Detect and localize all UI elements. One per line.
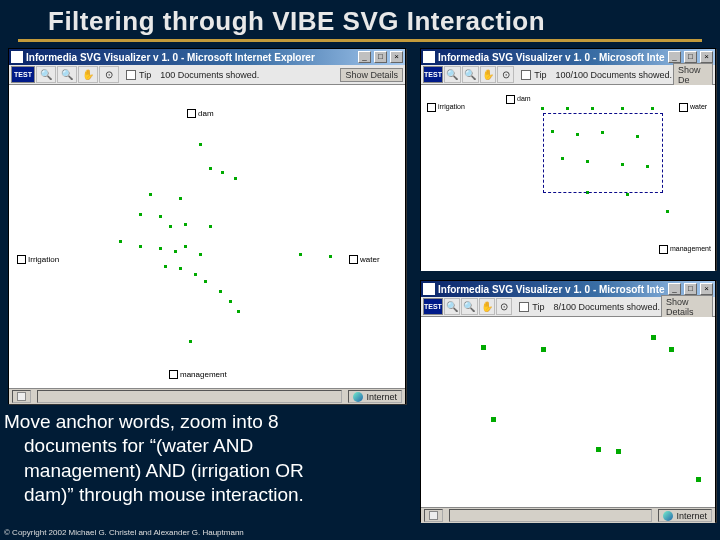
reset-tool-button[interactable]: ⊙ — [496, 298, 512, 315]
doc-point[interactable] — [651, 107, 654, 110]
tip-label: Tip — [532, 302, 544, 312]
anchor-water[interactable]: water — [679, 103, 707, 112]
doc-point[interactable] — [169, 225, 172, 228]
doc-point[interactable] — [179, 267, 182, 270]
tip-checkbox[interactable] — [521, 70, 531, 80]
doc-point[interactable] — [179, 197, 182, 200]
test-badge-button[interactable]: TEST — [423, 298, 443, 315]
toolbar: TEST 🔍 🔍 ✋ ⊙ Tip 100/100 Documents showe… — [421, 65, 715, 85]
doc-point[interactable] — [184, 245, 187, 248]
visualization-canvas[interactable]: irrigation dam water management — [421, 85, 715, 271]
anchor-management[interactable]: management — [659, 245, 711, 254]
doc-point[interactable] — [234, 177, 237, 180]
doc-point[interactable] — [219, 290, 222, 293]
doc-point[interactable] — [119, 240, 122, 243]
doc-point[interactable] — [139, 213, 142, 216]
close-button[interactable]: × — [700, 51, 713, 63]
doc-point[interactable] — [189, 340, 192, 343]
doc-point[interactable] — [221, 171, 224, 174]
doc-point[interactable] — [184, 223, 187, 226]
tip-checkbox[interactable] — [126, 70, 136, 80]
doc-point[interactable] — [696, 477, 701, 482]
doc-point[interactable] — [596, 447, 601, 452]
doc-point[interactable] — [159, 215, 162, 218]
show-details-button[interactable]: Show Details — [661, 295, 713, 319]
doc-point[interactable] — [194, 273, 197, 276]
doc-point[interactable] — [621, 107, 624, 110]
page-icon — [429, 511, 438, 520]
reset-tool-button[interactable]: ⊙ — [99, 66, 119, 83]
doc-point[interactable] — [139, 245, 142, 248]
visualization-canvas[interactable]: dam Irrigation water management — [9, 85, 405, 388]
anchor-dam[interactable]: dam — [506, 95, 531, 104]
minimize-button[interactable]: _ — [668, 283, 681, 295]
anchor-irrigation[interactable]: Irrigation — [17, 255, 59, 264]
close-button[interactable]: × — [700, 283, 713, 295]
doc-point[interactable] — [329, 255, 332, 258]
copyright-text: © Copyright 2002 Michael G. Christel and… — [4, 528, 244, 537]
doc-point[interactable] — [159, 247, 162, 250]
zoom-tool-button-2[interactable]: 🔍 — [462, 66, 479, 83]
doc-point[interactable] — [209, 167, 212, 170]
doc-point[interactable] — [149, 193, 152, 196]
doc-point[interactable] — [199, 253, 202, 256]
reset-tool-button[interactable]: ⊙ — [497, 66, 514, 83]
maximize-button[interactable]: □ — [684, 283, 697, 295]
status-zone: Internet — [658, 509, 712, 522]
vibe-window-selection: Informedia SVG Visualizer v 1. 0 - Micro… — [420, 48, 716, 270]
toolbar: TEST 🔍 🔍 ✋ ⊙ Tip 8/100 Documents showed.… — [421, 297, 715, 317]
zoom-tool-button[interactable]: 🔍 — [444, 66, 461, 83]
status-empty — [37, 390, 342, 403]
app-icon — [423, 283, 435, 295]
anchor-management[interactable]: management — [169, 370, 227, 379]
doc-point[interactable] — [174, 250, 177, 253]
doc-point[interactable] — [491, 417, 496, 422]
zoom-tool-button-2[interactable]: 🔍 — [461, 298, 477, 315]
doc-point[interactable] — [669, 347, 674, 352]
doc-point[interactable] — [541, 347, 546, 352]
tip-checkbox-group[interactable]: Tip — [519, 302, 544, 312]
minimize-button[interactable]: _ — [668, 51, 681, 63]
hand-tool-button[interactable]: ✋ — [480, 66, 497, 83]
doc-point[interactable] — [164, 265, 167, 268]
doc-point[interactable] — [666, 210, 669, 213]
zoom-tool-button[interactable]: 🔍 — [36, 66, 56, 83]
zoom-tool-button-2[interactable]: 🔍 — [57, 66, 77, 83]
doc-point[interactable] — [651, 335, 656, 340]
docs-showed-label: 100/100 Documents showed. — [555, 70, 672, 80]
doc-point[interactable] — [229, 300, 232, 303]
maximize-button[interactable]: □ — [684, 51, 697, 63]
close-button[interactable]: × — [390, 51, 403, 63]
doc-point[interactable] — [566, 107, 569, 110]
titlebar[interactable]: Informedia SVG Visualizer v 1. 0 - Micro… — [421, 49, 715, 65]
hand-tool-button[interactable]: ✋ — [78, 66, 98, 83]
show-details-button[interactable]: Show Details — [340, 68, 403, 82]
anchor-irrigation[interactable]: irrigation — [427, 103, 465, 112]
doc-point[interactable] — [481, 345, 486, 350]
doc-point[interactable] — [616, 449, 621, 454]
hand-tool-button[interactable]: ✋ — [479, 298, 495, 315]
doc-point[interactable] — [541, 107, 544, 110]
doc-point[interactable] — [237, 310, 240, 313]
doc-point[interactable] — [204, 280, 207, 283]
minimize-button[interactable]: _ — [358, 51, 371, 63]
visualization-canvas[interactable] — [421, 317, 715, 507]
test-badge-button[interactable]: TEST — [423, 66, 443, 83]
tip-checkbox[interactable] — [519, 302, 529, 312]
doc-point[interactable] — [626, 193, 629, 196]
doc-point[interactable] — [199, 143, 202, 146]
slide-caption: Move anchor words, zoom into 8 documents… — [4, 410, 404, 507]
doc-point[interactable] — [591, 107, 594, 110]
anchor-dam[interactable]: dam — [187, 109, 214, 118]
zoom-tool-button[interactable]: 🔍 — [444, 298, 460, 315]
selection-rectangle[interactable] — [543, 113, 663, 193]
titlebar[interactable]: Informedia SVG Visualizer v 1. 0 - Micro… — [9, 49, 405, 65]
show-details-button[interactable]: Show De — [673, 63, 713, 87]
doc-point[interactable] — [299, 253, 302, 256]
tip-checkbox-group[interactable]: Tip — [126, 70, 151, 80]
maximize-button[interactable]: □ — [374, 51, 387, 63]
anchor-water[interactable]: water — [349, 255, 380, 264]
test-badge-button[interactable]: TEST — [11, 66, 35, 83]
tip-checkbox-group[interactable]: Tip — [521, 70, 546, 80]
doc-point[interactable] — [209, 225, 212, 228]
